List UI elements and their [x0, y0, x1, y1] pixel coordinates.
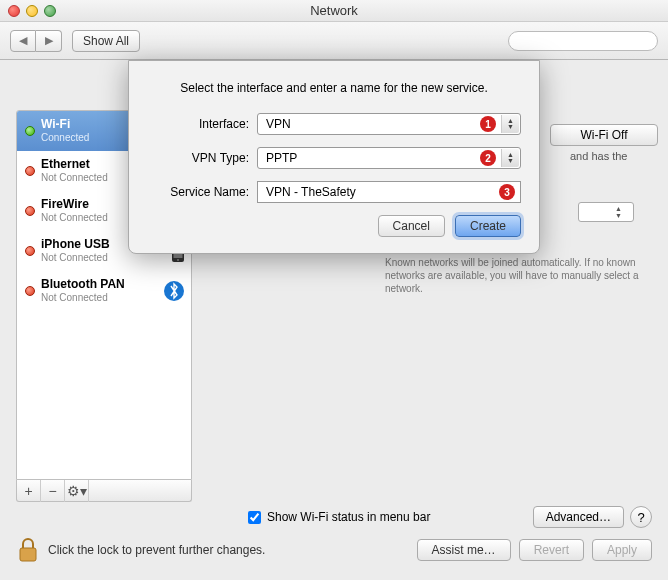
- sidebar-item-label: iPhone USB: [41, 238, 110, 252]
- revert-button[interactable]: Revert: [519, 539, 584, 561]
- zoom-window-button[interactable]: [44, 5, 56, 17]
- service-name-input[interactable]: VPN - TheSafety 3: [257, 181, 521, 203]
- sidebar-item-label: FireWire: [41, 198, 108, 212]
- sidebar-item-status: Connected: [41, 132, 89, 144]
- service-actions-button[interactable]: ⚙▾: [65, 480, 89, 502]
- show-wifi-status-label: Show Wi-Fi status in menu bar: [267, 510, 430, 524]
- svg-point-4: [177, 259, 179, 261]
- sidebar-item-label: Ethernet: [41, 158, 108, 172]
- status-dot-icon: [25, 286, 35, 296]
- new-service-sheet: Select the interface and enter a name fo…: [128, 60, 540, 254]
- status-dot-icon: [25, 246, 35, 256]
- chevron-updown-icon: ▲▼: [501, 149, 519, 167]
- bluetooth-icon: [163, 280, 185, 302]
- interface-value: VPN: [266, 117, 291, 131]
- sidebar-item-bluetooth-pan[interactable]: Bluetooth PAN Not Connected: [17, 271, 191, 311]
- show-all-button[interactable]: Show All: [72, 30, 140, 52]
- advanced-button[interactable]: Advanced…: [533, 506, 624, 528]
- service-name-label: Service Name:: [147, 185, 257, 199]
- vpn-type-label: VPN Type:: [147, 151, 257, 165]
- status-text-fragment: and has the: [570, 150, 658, 162]
- annotation-badge-1: 1: [480, 116, 496, 132]
- help-button[interactable]: ?: [630, 506, 652, 528]
- show-wifi-status-checkbox[interactable]: [248, 511, 261, 524]
- sidebar-item-label: Wi-Fi: [41, 118, 89, 132]
- sheet-prompt: Select the interface and enter a name fo…: [147, 81, 521, 95]
- status-dot-icon: [25, 126, 35, 136]
- remove-service-button[interactable]: −: [41, 480, 65, 502]
- status-dot-icon: [25, 166, 35, 176]
- interface-label: Interface:: [147, 117, 257, 131]
- vpn-type-select[interactable]: PPTP 2 ▲▼: [257, 147, 521, 169]
- ask-join-description: Known networks will be joined automatica…: [385, 256, 642, 295]
- annotation-badge-2: 2: [480, 150, 496, 166]
- close-window-button[interactable]: [8, 5, 20, 17]
- cancel-button[interactable]: Cancel: [378, 215, 445, 237]
- search-input[interactable]: [508, 31, 658, 51]
- service-name-value: VPN - TheSafety: [266, 185, 356, 199]
- annotation-badge-3: 3: [499, 184, 515, 200]
- create-button[interactable]: Create: [455, 215, 521, 237]
- turn-wifi-off-button[interactable]: Wi-Fi Off: [550, 124, 658, 146]
- assist-me-button[interactable]: Assist me…: [417, 539, 511, 561]
- status-dot-icon: [25, 206, 35, 216]
- interface-select[interactable]: VPN 1 ▲▼: [257, 113, 521, 135]
- svg-rect-6: [20, 548, 36, 561]
- nav-back-button[interactable]: ◀: [10, 30, 36, 52]
- sidebar-item-status: Not Connected: [41, 252, 110, 264]
- nav-forward-button[interactable]: ▶: [36, 30, 62, 52]
- sidebar-item-status: Not Connected: [41, 292, 125, 304]
- lock-icon[interactable]: [16, 536, 40, 564]
- network-name-select[interactable]: ▲▼: [578, 202, 634, 222]
- window-title: Network: [0, 3, 668, 18]
- sidebar-item-label: Bluetooth PAN: [41, 278, 125, 292]
- vpn-type-value: PPTP: [266, 151, 297, 165]
- minimize-window-button[interactable]: [26, 5, 38, 17]
- add-service-button[interactable]: +: [17, 480, 41, 502]
- apply-button[interactable]: Apply: [592, 539, 652, 561]
- sidebar-item-status: Not Connected: [41, 172, 108, 184]
- chevron-updown-icon: ▲▼: [501, 115, 519, 133]
- lock-description: Click the lock to prevent further change…: [48, 543, 409, 557]
- sidebar-item-status: Not Connected: [41, 212, 108, 224]
